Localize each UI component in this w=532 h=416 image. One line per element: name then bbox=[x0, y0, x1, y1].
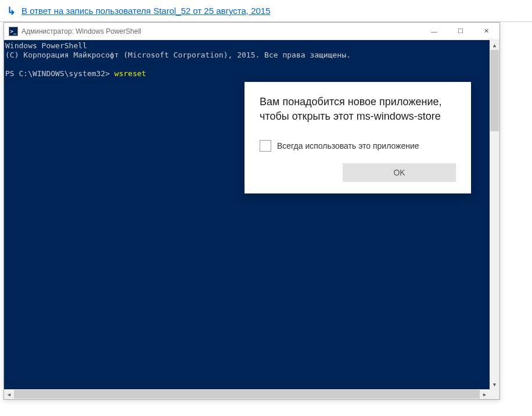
reply-bar: ↳ В ответ на запись пользователя Starol_… bbox=[0, 0, 532, 22]
dialog-title: Вам понадобится новое приложение, чтобы … bbox=[260, 95, 456, 124]
ok-button[interactable]: OK bbox=[343, 163, 456, 182]
terminal-blank bbox=[4, 60, 499, 69]
always-use-label: Всегда использовать это приложение bbox=[277, 141, 419, 150]
vertical-scroll-thumb[interactable] bbox=[490, 50, 499, 131]
powershell-icon: >_ bbox=[9, 27, 18, 36]
powershell-window: >_ Администратор: Windows PowerShell — ☐… bbox=[3, 22, 500, 400]
maximize-button[interactable]: ☐ bbox=[447, 23, 473, 40]
app-picker-dialog: Вам понадобится новое приложение, чтобы … bbox=[245, 82, 471, 193]
window-title: Администратор: Windows PowerShell bbox=[21, 27, 421, 35]
scroll-down-icon[interactable]: ▼ bbox=[490, 379, 499, 389]
reply-link[interactable]: В ответ на запись пользователя Starol_52… bbox=[21, 6, 271, 16]
scroll-right-icon[interactable]: ▶ bbox=[480, 389, 490, 399]
scroll-left-icon[interactable]: ◀ bbox=[4, 389, 14, 399]
always-use-row[interactable]: Всегда использовать это приложение bbox=[260, 140, 456, 152]
scroll-up-icon[interactable]: ▲ bbox=[490, 40, 499, 50]
scrollbar-corner bbox=[490, 389, 499, 399]
terminal-line-copyright: (C) Корпорация Майкрософт (Microsoft Cor… bbox=[4, 51, 499, 60]
window-controls: — ☐ ✕ bbox=[421, 23, 499, 40]
command-text: wsreset bbox=[114, 69, 146, 78]
terminal-line-header: Windows PowerShell bbox=[4, 41, 499, 51]
titlebar[interactable]: >_ Администратор: Windows PowerShell — ☐… bbox=[4, 23, 499, 40]
powershell-icon-glyph: >_ bbox=[10, 28, 17, 34]
vertical-scrollbar[interactable]: ▲ ▼ bbox=[490, 40, 499, 389]
prompt-text: PS C:\WINDOWS\system32> bbox=[5, 69, 114, 78]
close-button[interactable]: ✕ bbox=[473, 23, 499, 40]
horizontal-scrollbar[interactable]: ◀ ▶ bbox=[4, 389, 490, 399]
reply-arrow-icon: ↳ bbox=[7, 5, 16, 17]
always-use-checkbox[interactable] bbox=[260, 140, 271, 152]
terminal-prompt-line: PS C:\WINDOWS\system32> wsreset bbox=[4, 69, 499, 78]
minimize-button[interactable]: — bbox=[421, 23, 447, 40]
horizontal-scroll-thumb[interactable] bbox=[14, 390, 480, 399]
